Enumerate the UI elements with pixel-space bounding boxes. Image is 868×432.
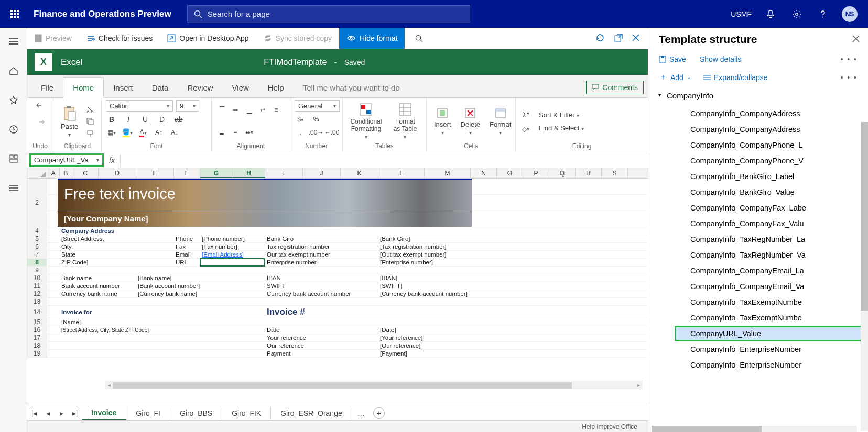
cell[interactable]: [SWIFT]: [378, 282, 402, 290]
cell[interactable]: Payment: [265, 350, 290, 357]
user-avatar[interactable]: NS: [842, 6, 858, 22]
sheet-nav[interactable]: |◂: [27, 409, 41, 417]
cell[interactable]: Your reference: [265, 334, 306, 341]
cell[interactable]: URL: [174, 259, 188, 266]
row-header[interactable]: 8: [27, 259, 47, 267]
delete-cells-button[interactable]: Delete▾: [458, 106, 484, 137]
column-header[interactable]: H: [233, 168, 265, 178]
tab-help[interactable]: Help: [258, 78, 294, 97]
cell[interactable]: Bank Giro: [265, 235, 294, 242]
sheet-tab[interactable]: Giro_FI: [126, 407, 170, 419]
notifications-icon[interactable]: [763, 7, 778, 21]
column-header[interactable]: C: [72, 168, 99, 178]
cell[interactable]: Tax registration number: [265, 243, 330, 250]
fill-color-button[interactable]: 🪣▾: [122, 127, 133, 138]
expand-collapse-link[interactable]: Expand/collapse: [703, 73, 768, 82]
hide-format-button[interactable]: Hide format: [339, 28, 405, 49]
tell-me[interactable]: Tell me what you want to do: [294, 78, 409, 97]
tree-item[interactable]: CompanyInfo_BankGiro_Value: [675, 184, 866, 200]
row-header[interactable]: 9: [27, 267, 47, 274]
cut-icon[interactable]: [84, 104, 96, 115]
cell[interactable]: [Bank account number]: [136, 282, 200, 290]
align-bottom-icon[interactable]: ▁: [243, 105, 255, 115]
fx-icon[interactable]: fx: [104, 156, 120, 164]
column-header[interactable]: A: [47, 168, 60, 178]
row-header[interactable]: 2: [27, 195, 47, 211]
row-header[interactable]: 11: [27, 282, 47, 290]
cell[interactable]: Phone: [174, 235, 193, 242]
column-header[interactable]: Q: [549, 168, 576, 178]
font-name-select[interactable]: Calibri▾: [106, 100, 173, 112]
company-code[interactable]: USMF: [731, 10, 752, 18]
cell[interactable]: Currency bank account number: [265, 290, 351, 297]
align-left-icon[interactable]: ≡: [270, 105, 282, 115]
name-box[interactable]: CompanyURL_Va▾: [29, 153, 104, 167]
cell[interactable]: Invoice for: [60, 306, 92, 318]
tree-item[interactable]: CompanyInfo_CompanyFax_Valu: [675, 216, 866, 231]
sheet-nav[interactable]: ▸|: [68, 409, 82, 417]
more-actions-1[interactable]: • • •: [841, 55, 858, 63]
percent-icon[interactable]: %: [310, 114, 322, 125]
column-header[interactable]: M: [425, 168, 471, 178]
column-header[interactable]: J: [303, 168, 341, 178]
cell[interactable]: Fax: [174, 243, 186, 250]
comma-icon[interactable]: ,: [295, 127, 306, 138]
sheet-tab[interactable]: Invoice: [82, 406, 126, 420]
column-header[interactable]: E: [136, 168, 174, 178]
row-header[interactable]: 17: [27, 334, 47, 342]
column-header[interactable]: I: [265, 168, 303, 178]
tree-item[interactable]: CompanyInfo_BankGiro_Label: [675, 169, 866, 184]
dec-decimal-icon[interactable]: ←.00: [326, 127, 338, 138]
conditional-formatting-button[interactable]: Conditional Formatting▾: [347, 102, 385, 141]
row-header[interactable]: 10: [27, 274, 47, 282]
open-desktop-button[interactable]: Open in Desktop App: [160, 28, 256, 49]
sort-filter-button[interactable]: Sort & Filter ▾: [539, 111, 584, 119]
cell[interactable]: ZIP Code]: [60, 259, 89, 266]
help-icon[interactable]: [816, 7, 830, 21]
cell[interactable]: Our tax exempt number: [265, 251, 330, 258]
cell[interactable]: Bank account number: [60, 282, 120, 290]
tree-item[interactable]: CompanyInfo_EnterpriseNumber: [675, 341, 866, 357]
app-launcher-icon[interactable]: [4, 4, 25, 25]
merge-icon[interactable]: ⬌▾: [243, 127, 255, 138]
align-center-icon[interactable]: ≣: [216, 127, 227, 138]
tree-item[interactable]: CompanyInfo_CompanyAddress: [675, 121, 866, 137]
popout-icon[interactable]: [614, 34, 623, 43]
inc-decimal-icon[interactable]: .00→: [310, 127, 322, 138]
column-header[interactable]: G: [200, 168, 233, 178]
cell[interactable]: [Bank Giro]: [378, 235, 410, 242]
autosum-icon[interactable]: ∑▾: [520, 108, 531, 119]
refresh-icon[interactable]: [595, 33, 605, 44]
cell[interactable]: [Payment]: [378, 350, 407, 357]
row-header[interactable]: 16: [27, 326, 47, 334]
wrap-text-icon[interactable]: ↩: [257, 105, 268, 115]
cell[interactable]: SWIFT: [265, 282, 286, 290]
column-header[interactable]: F: [174, 168, 200, 178]
global-search[interactable]: [187, 5, 470, 23]
cell[interactable]: [Enterprise number]: [378, 259, 433, 266]
excel-doc-name[interactable]: FTIModTemplate: [264, 58, 327, 67]
tree-item[interactable]: CompanyInfo_TaxRegNumber_La: [675, 231, 866, 247]
cell[interactable]: Enterprise number: [265, 259, 317, 266]
column-header[interactable]: L: [378, 168, 425, 178]
sheet-tab[interactable]: Giro_BBS: [170, 407, 222, 419]
cell[interactable]: [Date]: [378, 326, 396, 334]
cell[interactable]: [Street Address, City, State ZIP Code]: [60, 326, 149, 334]
formula-bar[interactable]: [120, 153, 648, 167]
cell[interactable]: [Out tax exempt number]: [378, 251, 447, 258]
bold-button[interactable]: B: [106, 114, 117, 125]
tree-item[interactable]: CompanyInfo_TaxExemptNumbe: [675, 294, 866, 310]
add-sheet-button[interactable]: +: [373, 407, 385, 419]
sheet-more[interactable]: …: [352, 409, 370, 417]
grow-font-button[interactable]: A↑: [153, 127, 165, 138]
cell[interactable]: [Email Address]: [200, 251, 244, 258]
clear-icon[interactable]: ◇▾: [520, 124, 531, 135]
close-icon[interactable]: [632, 34, 639, 43]
cell[interactable]: [Currency bank account number]: [378, 290, 468, 297]
tree-root[interactable]: ▸CompanyInfo: [659, 88, 713, 103]
format-as-table-button[interactable]: Format as Table▾: [388, 102, 422, 141]
cell[interactable]: Our reference: [265, 342, 304, 349]
tree-item[interactable]: CompanyInfo_TaxRegNumber_Va: [675, 247, 866, 263]
workspaces-icon[interactable]: [5, 150, 22, 167]
tree-item[interactable]: CompanyInfo_EnterpriseNumber: [675, 357, 866, 373]
